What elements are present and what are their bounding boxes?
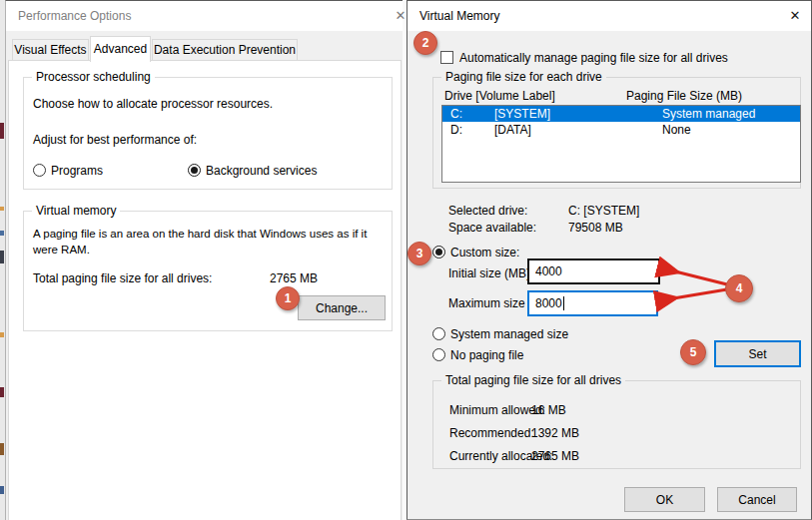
initial-size-value: 4000 [535,264,562,278]
no-paging-file-radio-label[interactable]: No paging file [450,348,523,362]
tab-visual-effects[interactable]: Visual Effects [12,39,89,61]
custom-size-radio-label[interactable]: Custom size: [450,246,519,260]
system-managed-radio[interactable] [432,327,445,340]
drive-listbox[interactable]: C: [SYSTEM] System managed D: [DATA] Non… [441,105,801,183]
sliver-fragment [0,231,4,236]
recommended-label: Recommended: [449,426,534,440]
space-available-label: Space available: [448,221,536,235]
space-available-value: 79508 MB [568,221,623,235]
sliver-fragment [0,123,4,139]
drive-letter: C: [450,106,462,122]
no-paging-file-radio[interactable] [432,348,445,361]
drive-letter: D: [450,122,462,138]
virtual-memory-titlebar: Virtual Memory ✕ [407,1,811,31]
ok-button[interactable]: OK [624,487,705,512]
volume-label: [SYSTEM] [494,106,550,122]
column-header-drive: Drive [Volume Label] [444,89,555,103]
text-caret [563,296,564,310]
virtual-memory-group: Virtual memory A paging file is an area … [23,211,393,331]
processor-scheduling-group: Processor scheduling Choose how to alloc… [23,77,393,190]
currently-allocated-value: 2765 MB [531,449,579,463]
volume-label: [DATA] [494,122,531,138]
total-paging-value: 2765 MB [270,271,318,285]
selected-drive-label: Selected drive: [448,204,527,218]
dialog-title: Virtual Memory [419,9,499,23]
sliver-fragment [0,486,4,494]
group-title: Virtual memory [32,204,120,218]
initial-size-label: Initial size (MB): [448,266,533,280]
auto-manage-checkbox[interactable] [440,51,453,64]
background-services-radio-label[interactable]: Background services [206,164,317,178]
paging-file-description-line1: A paging file is an area on the hard dis… [33,228,367,240]
sliver-fragment [0,251,4,263]
annotation-badge-5: 5 [680,339,706,365]
tab-advanced[interactable]: Advanced [90,36,151,62]
programs-radio[interactable] [33,164,46,177]
sliver-fragment [0,387,4,397]
total-paging-group: Total paging file size for all drives Mi… [432,380,801,469]
maximum-size-input[interactable]: 8000 [527,290,658,316]
change-button[interactable]: Change... [298,295,386,320]
sliver-fragment [0,332,4,337]
initial-size-input[interactable]: 4000 [527,259,660,284]
drive-row-c[interactable]: C: [SYSTEM] System managed [442,106,800,122]
annotation-badge-2: 2 [413,31,437,55]
recommended-value: 1392 MB [531,426,579,440]
paging-size: System managed [662,106,755,122]
programs-radio-label[interactable]: Programs [51,164,103,178]
cancel-button[interactable]: Cancel [717,487,797,512]
paging-file-group: Paging file size for each drive Drive [V… [432,77,801,189]
sliver-fragment [0,207,4,211]
column-header-size: Paging File Size (MB) [626,89,742,103]
custom-size-radio[interactable] [432,246,445,259]
background-services-radio[interactable] [188,164,201,177]
virtual-memory-dialog: Virtual Memory ✕ Automatically manage pa… [406,0,812,520]
group-title: Total paging file size for all drives [441,373,625,387]
annotation-badge-3: 3 [407,242,431,265]
total-paging-label: Total paging file size for all drives: [33,271,212,285]
annotation-badge-4: 4 [725,274,753,302]
selected-drive-value: C: [SYSTEM] [568,204,639,218]
performance-options-dialog: Performance Options ✕ Visual Effects Adv… [5,0,403,520]
group-title: Processor scheduling [32,70,155,84]
set-button[interactable]: Set [714,340,801,367]
processor-description: Choose how to allocate processor resourc… [33,97,273,111]
close-icon[interactable]: ✕ [787,7,803,24]
paging-size: None [662,122,691,138]
dialog-title: Performance Options [18,9,131,23]
paging-file-description-line2: were RAM. [33,244,90,256]
sliver-fragment [0,443,4,455]
annotation-badge-1: 1 [276,286,300,310]
minimum-allowed-value: 16 MB [531,403,566,417]
maximum-size-value: 8000 [535,296,562,310]
group-title: Paging file size for each drive [441,70,606,84]
drive-row-d[interactable]: D: [DATA] None [442,122,800,138]
auto-manage-checkbox-label[interactable]: Automatically manage paging file size fo… [459,51,728,65]
adjust-performance-label: Adjust for best performance of: [33,133,197,147]
tab-data-execution-prevention[interactable]: Data Execution Prevention [152,39,298,61]
performance-options-titlebar: Performance Options ✕ [6,1,403,31]
system-managed-radio-label[interactable]: System managed size [450,327,568,341]
